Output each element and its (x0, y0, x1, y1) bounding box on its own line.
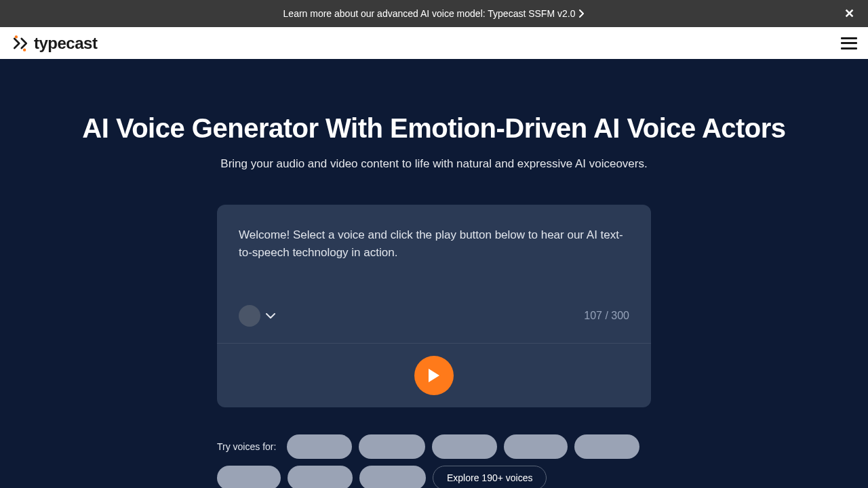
announcement-text: Learn more about our advanced AI voice m… (283, 8, 576, 19)
demo-top: Welcome! Select a voice and click the pl… (217, 205, 651, 343)
logo-text: typecast (34, 34, 97, 53)
voice-chip[interactable] (574, 434, 639, 459)
hamburger-menu-icon[interactable] (841, 37, 857, 49)
voice-chip[interactable] (287, 434, 352, 459)
voice-chip[interactable] (359, 434, 425, 459)
voice-selector[interactable] (239, 305, 275, 327)
avatar (239, 305, 260, 327)
character-count: 107 / 300 (584, 310, 629, 322)
chevron-right-icon (579, 9, 585, 18)
voice-chip[interactable] (359, 466, 426, 488)
announcement-link[interactable]: Learn more about our advanced AI voice m… (283, 8, 585, 19)
voice-chip[interactable] (432, 434, 497, 459)
logo[interactable]: typecast (11, 34, 97, 53)
explore-label: Explore 190+ voices (447, 472, 532, 483)
chevron-down-icon (266, 313, 275, 319)
voice-chip[interactable] (288, 466, 353, 488)
announcement-bar: Learn more about our advanced AI voice m… (0, 0, 868, 27)
demo-controls: 107 / 300 (239, 305, 629, 327)
voice-chip[interactable] (504, 434, 568, 459)
play-button[interactable] (414, 356, 454, 395)
logo-icon (11, 34, 30, 53)
chips-label: Try voices for: (217, 441, 276, 452)
voice-chips-section: Try voices for: Explore 190+ voices (217, 434, 651, 488)
demo-card: Welcome! Select a voice and click the pl… (217, 205, 651, 407)
hero-subtitle: Bring your audio and video content to li… (220, 157, 647, 171)
main-content: AI Voice Generator With Emotion-Driven A… (0, 59, 868, 488)
svg-point-0 (15, 35, 18, 38)
explore-voices-button[interactable]: Explore 190+ voices (433, 466, 547, 488)
demo-bottom (217, 344, 651, 407)
play-icon (427, 367, 441, 384)
voice-chip[interactable] (217, 466, 281, 488)
demo-text-input[interactable]: Welcome! Select a voice and click the pl… (239, 226, 629, 287)
hero-title: AI Voice Generator With Emotion-Driven A… (82, 113, 785, 144)
header: typecast (0, 27, 868, 59)
close-icon[interactable]: ✕ (844, 6, 854, 21)
svg-point-1 (23, 48, 26, 51)
